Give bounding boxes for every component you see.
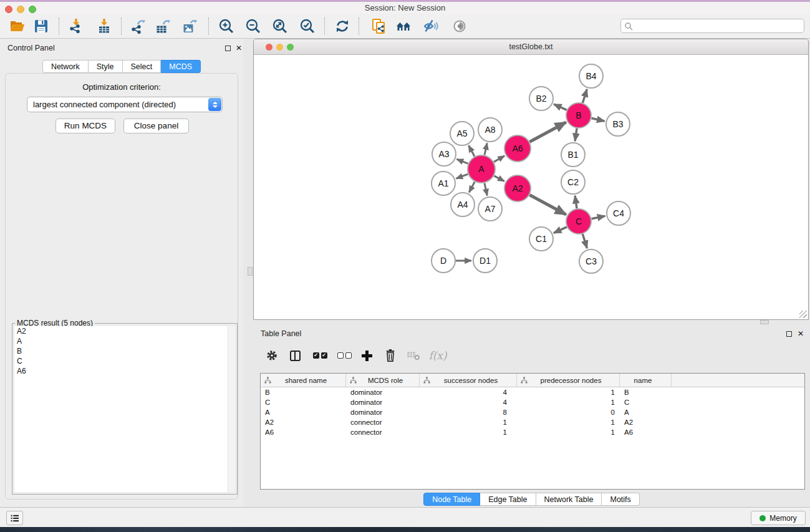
import-table-button[interactable] (94, 17, 114, 36)
node-B4[interactable]: B4 (579, 64, 603, 88)
float-panel-icon[interactable] (225, 46, 231, 51)
optimization-criterion-select[interactable]: largest connected component (directed) (27, 97, 223, 112)
edge-A-A4[interactable] (469, 181, 475, 192)
edge-A-A8[interactable] (485, 143, 487, 155)
search-field[interactable] (620, 19, 804, 33)
table-cell[interactable]: A2 (261, 417, 346, 427)
mcds-result-scrollbar[interactable] (228, 326, 235, 492)
export-network-button[interactable] (128, 17, 148, 36)
zoom-in-button[interactable] (216, 17, 236, 36)
table-cell[interactable]: 1 (420, 427, 517, 437)
edge-B-B2[interactable] (554, 104, 567, 110)
edge-A-A5[interactable] (469, 145, 475, 156)
tab-mcds[interactable]: MCDS (161, 60, 201, 73)
memory-button[interactable]: Memory (751, 511, 806, 525)
edge-C-C3[interactable] (582, 234, 587, 248)
edge-A2-C[interactable] (529, 195, 566, 215)
node-A6[interactable]: A6 (504, 135, 531, 162)
table-cell[interactable]: 1 (517, 417, 620, 427)
zoom-fit-button[interactable] (270, 17, 290, 36)
edge-A-A1[interactable] (456, 174, 468, 178)
table-row[interactable]: Adominator80A (261, 407, 804, 417)
tab-edge-table[interactable]: Edge Table (480, 493, 536, 506)
show-graphics-button[interactable] (450, 17, 470, 36)
node-table[interactable]: shared nameMCDS rolesuccessor nodesprede… (260, 373, 805, 490)
mcds-result-item[interactable]: A6 (14, 366, 228, 376)
table-cell[interactable]: A (261, 407, 346, 417)
float-table-panel-icon[interactable] (786, 331, 792, 337)
refresh-view-button[interactable] (332, 17, 352, 36)
export-image-button[interactable] (180, 17, 200, 36)
minimize-window-button[interactable] (17, 6, 24, 13)
node-B2[interactable]: B2 (529, 87, 553, 110)
close-panel-icon[interactable]: ✕ (236, 44, 242, 52)
tab-style[interactable]: Style (89, 60, 123, 73)
table-cell[interactable]: dominator (346, 407, 420, 417)
column-header-predecessor-nodes[interactable]: predecessor nodes (517, 374, 620, 387)
table-cell[interactable]: A2 (620, 417, 672, 427)
network-zoom-button[interactable] (287, 44, 294, 51)
close-window-button[interactable] (5, 6, 12, 13)
zoom-out-button[interactable] (243, 17, 263, 36)
open-session-button[interactable] (7, 17, 27, 36)
close-panel-button[interactable]: Close panel (123, 118, 189, 133)
node-C4[interactable]: C4 (607, 201, 630, 225)
tab-node-table[interactable]: Node Table (423, 493, 480, 506)
network-canvas[interactable]: B4B2BB3A5A8A6B1A3AC2A1A2A4A7C4CC1C3DD1 (254, 56, 808, 319)
add-column-button[interactable] (358, 346, 375, 365)
hide-labels-button[interactable] (421, 17, 441, 36)
network-minimize-button[interactable] (276, 44, 283, 51)
save-session-button[interactable] (31, 17, 51, 36)
vertical-splitter-grip[interactable] (248, 267, 253, 276)
table-row[interactable]: Cdominator41C (261, 397, 804, 407)
mcds-result-item[interactable]: C (14, 356, 228, 366)
node-A4[interactable]: A4 (451, 193, 475, 216)
node-D[interactable]: D (432, 249, 455, 273)
edge-C-C1[interactable] (554, 227, 567, 233)
import-network-button[interactable] (66, 17, 86, 36)
table-cell[interactable]: 1 (517, 397, 620, 407)
table-cell[interactable]: A (620, 407, 672, 417)
task-history-button[interactable] (6, 511, 23, 525)
table-cell[interactable]: 8 (420, 407, 517, 417)
node-A1[interactable]: A1 (432, 172, 455, 195)
window-resize-grip[interactable] (799, 311, 807, 318)
node-C3[interactable]: C3 (579, 249, 603, 273)
deselect-all-columns-button[interactable] (335, 346, 353, 365)
node-C1[interactable]: C1 (529, 227, 553, 251)
node-A8[interactable]: A8 (478, 118, 502, 142)
search-input[interactable] (633, 20, 804, 32)
network-close-button[interactable] (266, 44, 272, 51)
table-cell[interactable]: 1 (517, 427, 620, 437)
node-A3[interactable]: A3 (432, 142, 456, 166)
table-cell[interactable]: 4 (420, 397, 517, 407)
table-cell[interactable]: C (620, 397, 672, 407)
table-cell[interactable]: A6 (261, 427, 346, 437)
tab-network[interactable]: Network (42, 60, 89, 73)
network-graph[interactable]: B4B2BB3A5A8A6B1A3AC2A1A2A4A7C4CC1C3DD1 (254, 56, 808, 319)
node-A2[interactable]: A2 (504, 175, 531, 201)
edge-B-B4[interactable] (582, 89, 587, 103)
node-B1[interactable]: B1 (561, 143, 585, 167)
edge-A-A2[interactable] (494, 176, 504, 181)
zoom-selected-button[interactable] (297, 17, 317, 36)
delete-column-button[interactable] (382, 346, 399, 365)
edge-C-C2[interactable] (575, 196, 577, 208)
edge-B-B3[interactable] (591, 118, 604, 122)
table-cell[interactable]: dominator (346, 387, 420, 397)
tab-motifs[interactable]: Motifs (602, 493, 639, 506)
node-A[interactable]: A (468, 155, 495, 183)
export-table-button[interactable] (153, 17, 173, 36)
table-cell[interactable]: A6 (620, 427, 672, 437)
select-all-columns-button[interactable]: ✔✔ (311, 346, 329, 365)
tab-select[interactable]: Select (123, 60, 162, 73)
edge-A-A3[interactable] (456, 159, 468, 163)
table-cell[interactable]: dominator (346, 397, 420, 407)
node-C2[interactable]: C2 (561, 170, 585, 194)
node-B[interactable]: B (566, 103, 591, 128)
copy-style-button[interactable] (369, 17, 389, 36)
table-cell[interactable]: B (261, 387, 346, 397)
node-B3[interactable]: B3 (606, 112, 630, 136)
table-cell[interactable]: connector (346, 427, 420, 437)
table-cell[interactable]: C (261, 397, 346, 407)
